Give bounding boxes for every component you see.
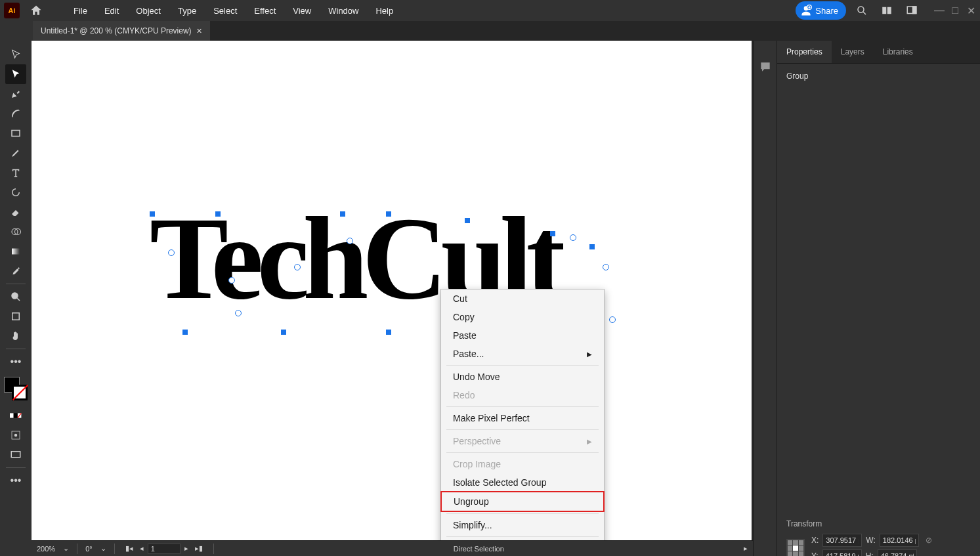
x-input[interactable] <box>822 534 862 547</box>
current-tool-label: Direct Selection <box>222 545 736 553</box>
more-tools[interactable]: ••• <box>5 471 26 490</box>
eraser-tool[interactable] <box>5 202 26 222</box>
svg-point-11 <box>12 293 18 299</box>
menu-view[interactable]: View <box>285 3 319 18</box>
cm-paste-sub[interactable]: Paste...▶ <box>441 345 604 363</box>
pager-first-icon[interactable]: ▮◂ <box>123 544 136 553</box>
menu-edit[interactable]: Edit <box>96 3 127 18</box>
workspace-icon[interactable] <box>903 1 921 20</box>
tabbar: Untitled-1* @ 200 % (CMYK/CPU Preview) × <box>33 21 980 41</box>
constrain-proportions-icon[interactable]: ⊘ <box>923 536 935 545</box>
cm-paste[interactable]: Paste <box>441 326 604 345</box>
eyedropper-tool[interactable] <box>5 261 26 281</box>
color-mode-icons[interactable] <box>5 406 26 425</box>
status-menu-icon[interactable]: ▸ <box>744 544 748 553</box>
y-label: Y: <box>811 551 819 556</box>
svg-rect-10 <box>12 249 20 255</box>
cm-copy[interactable]: Copy <box>441 308 604 326</box>
menubar: Ai File Edit Object Type Select Effect V… <box>0 0 980 21</box>
maximize-button[interactable]: □ <box>950 5 960 17</box>
shape-builder-tool[interactable] <box>5 222 26 242</box>
gradient-tool[interactable] <box>5 242 26 261</box>
cm-isolate[interactable]: Isolate Selected Group <box>441 473 604 492</box>
rotate-tool[interactable] <box>5 182 26 202</box>
document-tab[interactable]: Untitled-1* @ 200 % (CMYK/CPU Preview) × <box>33 21 210 41</box>
reference-point[interactable] <box>786 539 805 556</box>
selection-tool[interactable] <box>5 45 26 64</box>
screen-mode[interactable] <box>5 445 26 465</box>
paintbrush-tool[interactable] <box>5 143 26 163</box>
cm-redo: Redo <box>441 386 604 404</box>
comments-icon[interactable] <box>759 60 772 76</box>
cm-ungroup[interactable]: Ungroup <box>440 491 605 512</box>
cm-simplify[interactable]: Simplify... <box>441 516 604 534</box>
canvas[interactable]: TechCult Cut Copy Pas <box>32 41 752 540</box>
cm-undo[interactable]: Undo Move <box>441 368 604 386</box>
search-icon[interactable] <box>853 1 871 20</box>
cm-transform[interactable]: Transform▶ <box>441 539 604 540</box>
close-button[interactable]: ✕ <box>966 5 976 17</box>
rotation-value[interactable]: 0° <box>85 545 93 553</box>
pager-input[interactable] <box>148 544 181 554</box>
tab-layers[interactable]: Layers <box>832 41 874 63</box>
home-icon[interactable] <box>26 1 46 20</box>
h-input[interactable] <box>878 549 917 556</box>
selection-type: Group <box>786 72 971 513</box>
menu-window[interactable]: Window <box>320 3 366 18</box>
menu-help[interactable]: Help <box>368 3 401 18</box>
svg-point-2 <box>858 7 864 12</box>
svg-rect-4 <box>887 7 891 14</box>
type-tool[interactable] <box>5 163 26 182</box>
tab-libraries[interactable]: Libraries <box>874 41 922 63</box>
svg-rect-13 <box>10 413 13 417</box>
menu-type[interactable]: Type <box>170 3 204 18</box>
curvature-tool[interactable] <box>5 104 26 123</box>
zoom-dropdown-icon[interactable]: ⌄ <box>63 544 69 553</box>
fill-stroke-swatch[interactable] <box>4 377 28 400</box>
zoom-value[interactable]: 200% <box>37 545 55 553</box>
share-button[interactable]: Share <box>796 1 846 20</box>
pager-next-icon[interactable]: ▸ <box>182 544 191 553</box>
cm-cut[interactable]: Cut <box>441 289 604 308</box>
app-icon: Ai <box>4 3 20 18</box>
y-input[interactable] <box>822 549 862 556</box>
rectangle-tool[interactable] <box>5 123 26 143</box>
tab-properties[interactable]: Properties <box>777 41 832 63</box>
pager-last-icon[interactable]: ▸▮ <box>192 544 205 553</box>
canvas-wrap: TechCult Cut Copy Pas <box>32 41 753 556</box>
transform-title: Transform <box>786 519 971 528</box>
hand-tool[interactable] <box>5 326 26 346</box>
w-label: W: <box>866 536 875 545</box>
right-collapsed-column <box>753 41 777 556</box>
svg-rect-14 <box>14 413 17 417</box>
minimize-button[interactable]: — <box>934 5 945 17</box>
cm-pixel-perfect[interactable]: Make Pixel Perfect <box>441 409 604 427</box>
svg-rect-7 <box>12 131 20 137</box>
draw-mode[interactable] <box>5 425 26 445</box>
w-input[interactable] <box>880 534 919 547</box>
tools-panel: ••• ••• <box>0 41 32 556</box>
pen-tool[interactable] <box>5 84 26 104</box>
menu-effect[interactable]: Effect <box>246 3 284 18</box>
zoom-tool[interactable] <box>5 287 26 307</box>
cm-crop: Crop Image <box>441 455 604 473</box>
menu-select[interactable]: Select <box>205 3 245 18</box>
edit-toolbar[interactable]: ••• <box>5 352 26 372</box>
statusbar: 200% ⌄ 0° ⌄ ▮◂ ◂ ▸ ▸▮ Direct Selection ▸ <box>32 540 753 556</box>
x-label: X: <box>811 536 819 545</box>
svg-rect-3 <box>882 7 886 14</box>
properties-panel: Properties Layers Libraries Group Transf… <box>777 41 980 556</box>
menu-object[interactable]: Object <box>128 3 169 18</box>
rotation-dropdown-icon[interactable]: ⌄ <box>100 544 106 553</box>
window-controls: — □ ✕ <box>934 5 976 17</box>
share-label: Share <box>815 6 838 16</box>
tab-close-icon[interactable]: × <box>197 26 202 36</box>
direct-selection-tool[interactable] <box>5 64 26 84</box>
anchor-point[interactable] <box>168 249 175 256</box>
menu-file[interactable]: File <box>66 3 95 18</box>
svg-rect-6 <box>913 7 916 14</box>
pager-prev-icon[interactable]: ◂ <box>137 544 146 553</box>
artboard-tool[interactable] <box>5 307 26 326</box>
context-menu: Cut Copy Paste Paste...▶ Undo Move Redo … <box>440 289 605 540</box>
arrange-docs-icon[interactable] <box>878 1 896 20</box>
